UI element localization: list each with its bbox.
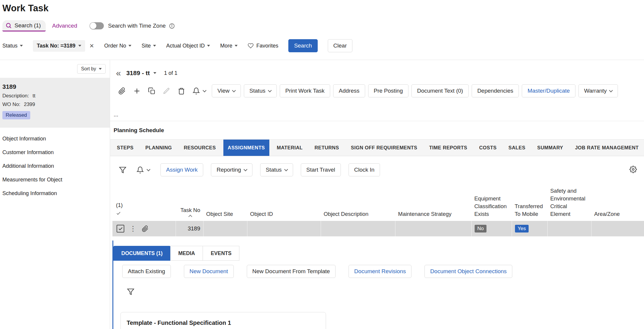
notifications-button[interactable]	[190, 85, 206, 97]
print-work-task-button[interactable]: Print Work Task	[280, 84, 330, 97]
clear-button[interactable]: Clear	[328, 39, 352, 52]
tab-sales[interactable]: SALES	[504, 140, 530, 156]
new-document-from-template-button[interactable]: New Document From Template	[247, 265, 336, 278]
tab-costs[interactable]: COSTS	[475, 140, 501, 156]
column-header-area-zone[interactable]: Area/Zone	[591, 176, 644, 221]
tab-steps[interactable]: STEPS	[112, 140, 138, 156]
tab-sign-off-requirements[interactable]: SIGN OFF REQUIREMENTS	[346, 140, 422, 156]
collapsed-group-row[interactable]: ...	[110, 108, 644, 121]
attachment-icon[interactable]	[142, 225, 149, 232]
content: Sort by 3189 Description: tt WO No: 2399…	[0, 60, 644, 329]
filter-chip-task-no[interactable]: Task No: =3189	[33, 40, 85, 52]
documents-toolbar: Attach Existing New Document New Documen…	[122, 265, 644, 278]
chevron-down-icon	[99, 68, 102, 70]
sortby-row: Sort by	[0, 60, 110, 78]
tab-time-reports[interactable]: TIME REPORTS	[425, 140, 472, 156]
column-header-object-description[interactable]: Object Description	[321, 176, 395, 221]
record-pager: 1 of 1	[164, 70, 177, 76]
column-header-object-id[interactable]: Object ID	[247, 176, 321, 221]
row-checkbox[interactable]	[117, 225, 124, 232]
table-row[interactable]: ⋮ 3189 No Yes	[112, 221, 644, 236]
planning-schedule-label: Planning Schedule	[114, 127, 164, 134]
document-revisions-button[interactable]: Document Revisions	[349, 265, 411, 278]
filter-icon[interactable]	[119, 166, 126, 174]
select-all-check-icon[interactable]	[116, 210, 121, 218]
search-button[interactable]: Search	[288, 39, 317, 52]
detail-tabs: DOCUMENTS (1) MEDIA EVENTS	[113, 246, 644, 261]
sidebar-item-scheduling-information[interactable]: Scheduling Information	[0, 186, 110, 200]
tab-returns[interactable]: RETURNS	[310, 140, 344, 156]
master-duplicate-button[interactable]: Master/Duplicate	[522, 84, 575, 97]
sidebar-item-customer-information[interactable]: Customer Information	[0, 145, 110, 159]
attach-existing-button[interactable]: Attach Existing	[122, 265, 171, 278]
sort-by-button[interactable]: Sort by	[77, 64, 106, 74]
document-card[interactable]: Template - Functional Specification 1	[120, 312, 326, 329]
filter-icon[interactable]	[127, 288, 134, 295]
description-value: tt	[33, 93, 35, 99]
result-card[interactable]: 3189 Description: tt WO No: 2399 Release…	[0, 78, 110, 128]
column-header-equipment-classification-exists[interactable]: Equipment Classification Exists	[471, 176, 512, 221]
warranty-button[interactable]: Warranty	[578, 84, 618, 97]
status-button[interactable]: Status	[244, 84, 277, 97]
bell-icon	[190, 85, 202, 97]
tab-events[interactable]: EVENTS	[203, 246, 239, 261]
document-object-connections-button[interactable]: Document Object Connections	[424, 265, 512, 278]
sidebar-item-measurements-for-object[interactable]: Measurements for Object	[0, 173, 110, 186]
tab-media[interactable]: MEDIA	[170, 246, 203, 261]
attachment-icon[interactable]	[116, 85, 128, 97]
sidebar-item-additional-information[interactable]: Additional Information	[0, 159, 110, 173]
chevron-down-icon	[268, 88, 272, 92]
edit-icon[interactable]	[160, 85, 172, 97]
column-header-safety-environmental-critical[interactable]: Safety and Environmental Critical Elemen…	[547, 176, 591, 221]
tab-job-rate-management[interactable]: JOB RATE MANAGEMENT	[571, 140, 643, 156]
timezone-toggle[interactable]	[90, 22, 104, 29]
warranty-label: Warranty	[584, 88, 607, 94]
close-icon[interactable]: ✕	[89, 43, 94, 49]
planning-schedule-section[interactable]: Planning Schedule	[110, 121, 644, 140]
assign-work-button[interactable]: Assign Work	[160, 163, 203, 176]
column-header-object-site[interactable]: Object Site	[203, 176, 247, 221]
reporting-button[interactable]: Reporting	[211, 163, 252, 176]
cell-task-no: 3189	[176, 221, 203, 236]
info-icon[interactable]	[169, 23, 175, 29]
collapse-left-icon[interactable]: «	[116, 69, 121, 77]
tab-advanced[interactable]: Advanced	[52, 23, 77, 29]
filter-more[interactable]: More	[220, 43, 238, 49]
dependencies-button[interactable]: Dependencies	[472, 84, 519, 97]
filter-status[interactable]: Status	[2, 43, 23, 49]
start-travel-button[interactable]: Start Travel	[301, 163, 341, 176]
search-mode-row: Search (1) Advanced Search with Time Zon…	[2, 20, 644, 32]
filter-order-no[interactable]: Order No	[104, 43, 131, 49]
delete-icon[interactable]	[175, 85, 187, 97]
pre-posting-button[interactable]: Pre Posting	[368, 84, 408, 97]
duplicate-icon[interactable]	[146, 85, 158, 97]
tab-planning[interactable]: PLANNING	[141, 140, 176, 156]
tab-summary[interactable]: SUMMARY	[533, 140, 567, 156]
kebab-menu-icon[interactable]: ⋮	[130, 225, 136, 232]
sidebar-item-object-information[interactable]: Object Information	[0, 132, 110, 145]
favorites-button[interactable]: Favorites	[248, 43, 278, 49]
clock-in-button[interactable]: Clock In	[349, 163, 380, 176]
add-icon[interactable]	[131, 85, 143, 97]
tab-documents[interactable]: DOCUMENTS (1)	[113, 246, 171, 261]
column-header-transferred-to-mobile[interactable]: Transferred To Mobile	[512, 176, 547, 221]
sort-asc-icon	[188, 215, 192, 219]
assignments-notifications-button[interactable]	[134, 164, 150, 176]
assignments-table: (1) Task No Object Site Object I	[112, 176, 644, 236]
filter-actual-object-id[interactable]: Actual Object ID	[166, 43, 210, 49]
document-text-button[interactable]: Document Text (0)	[411, 84, 469, 97]
new-document-button[interactable]: New Document	[184, 265, 234, 278]
filter-site[interactable]: Site	[141, 43, 156, 49]
tab-resources[interactable]: RESOURCES	[179, 140, 220, 156]
column-header-maintenance-strategy[interactable]: Maintenance Strategy	[395, 176, 471, 221]
assignments-status-button[interactable]: Status	[260, 163, 293, 176]
address-button[interactable]: Address	[333, 84, 365, 97]
tab-assignments[interactable]: ASSIGNMENTS	[223, 140, 269, 156]
tab-search[interactable]: Search (1)	[2, 20, 46, 31]
gear-icon[interactable]	[629, 166, 637, 173]
tab-material[interactable]: MATERIAL	[272, 140, 307, 156]
column-header-task-no[interactable]: Task No	[176, 176, 203, 221]
cell-object-id	[247, 221, 321, 236]
view-button[interactable]: View	[212, 84, 241, 97]
record-title[interactable]: 3189 - tt	[126, 69, 156, 77]
